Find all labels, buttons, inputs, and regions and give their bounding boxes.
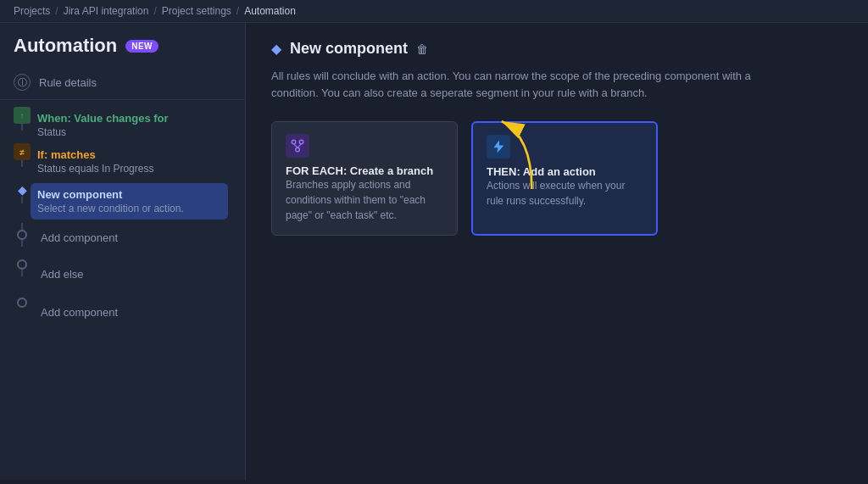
branch-card-desc: Branches apply actions and conditions wi… [286,177,443,223]
svg-point-0 [292,140,296,144]
action-card-icon [487,135,510,159]
content-description: All rules will conclude with an action. … [271,68,763,101]
breadcrumb-sep-2: / [153,5,156,17]
breadcrumb-sep-3: / [236,5,239,17]
rule-details-icon: ⓘ [14,74,31,91]
ac-line-bottom [21,240,23,247]
trigger-title: When: Value changes for [37,112,230,125]
page-title: Automation [14,35,117,57]
sidebar-flow: ↑ When: Value changes for Status ≠ If: m… [0,100,245,327]
action-card-header [487,135,643,159]
main-layout: Automation NEW ⓘ Rule details ↑ When: Va… [0,23,868,480]
condition-content[interactable]: If: matches Status equals In Progress [31,143,236,180]
ae-line [21,270,23,276]
action-card-desc: Actions will execute when your rule runs… [487,178,643,209]
add-component-bottom-line-area [14,298,31,308]
new-component-subtitle: Select a new condition or action. [37,203,221,214]
breadcrumb-jira[interactable]: Jira API integration [64,5,149,17]
add-else-row: Add else [0,259,245,289]
breadcrumb-sep-1: / [55,5,58,17]
breadcrumb-project-settings[interactable]: Project settings [162,5,231,17]
svg-line-3 [294,144,298,148]
trigger-icon: ↑ [14,107,31,124]
new-component-line-seg [21,197,23,203]
rule-details-item[interactable]: ⓘ Rule details [0,65,245,100]
add-component-line-area [14,223,31,247]
content-title: New component [290,40,408,58]
new-component-row: ◆ New component Select a new condition o… [0,183,245,220]
add-component-label: Add component [41,231,118,244]
breadcrumb-projects[interactable]: Projects [14,5,50,17]
svg-point-2 [296,147,300,152]
trigger-row: ↑ When: Value changes for Status [0,107,245,143]
add-component-dot [17,230,27,240]
condition-row: ≠ If: matches Status equals In Progress [0,143,245,180]
ac-line-top [21,223,23,230]
add-else-line-area [14,259,31,276]
content-header: ◆ New component 🗑 [271,40,843,58]
new-component-content[interactable]: New component Select a new condition or … [31,183,228,220]
new-component-icon: ◆ [14,183,31,197]
trash-icon[interactable]: 🗑 [416,42,428,56]
condition-line-seg [21,160,23,167]
new-badge: NEW [125,40,159,53]
condition-icon: ≠ [14,143,31,160]
action-card[interactable]: THEN: Add an action Actions will execute… [471,121,658,236]
add-else-label: Add else [41,268,84,281]
page-header: Automation NEW [0,23,245,65]
content-area: ◆ New component 🗑 All rules will conclud… [246,23,868,480]
trigger-line-seg [21,124,23,131]
add-component-bottom-label: Add component [41,306,118,319]
content-diamond-icon: ◆ [271,41,281,57]
trigger-content[interactable]: When: Value changes for Status [31,107,236,143]
branch-card-title: FOR EACH: Create a branch [286,164,443,177]
new-component-title: New component [37,188,221,201]
condition-line-area: ≠ [14,143,31,167]
branch-card-header [286,134,443,158]
breadcrumb-automation: Automation [244,5,296,17]
branch-card-icon [286,134,309,158]
add-component-bottom-dot [17,298,27,308]
svg-line-4 [298,144,302,148]
branch-card[interactable]: FOR EACH: Create a branch Branches apply… [271,121,458,236]
add-component-row: Add component [0,223,245,253]
add-else-dot [17,259,27,270]
action-card-title: THEN: Add an action [487,165,643,178]
add-component-bottom-row: Add component [0,298,245,327]
option-cards: FOR EACH: Create a branch Branches apply… [271,121,843,236]
add-component-bottom-button[interactable]: Add component [31,298,128,327]
add-component-button[interactable]: Add component [31,223,128,253]
sidebar: Automation NEW ⓘ Rule details ↑ When: Va… [0,23,246,480]
new-component-line-area: ◆ [14,183,31,203]
rule-details-label: Rule details [39,76,97,89]
trigger-subtitle: Status [37,126,230,138]
breadcrumb: Projects / Jira API integration / Projec… [0,0,868,23]
condition-subtitle: Status equals In Progress [37,163,230,175]
add-else-button[interactable]: Add else [31,259,94,289]
condition-title: If: matches [37,148,230,161]
svg-point-1 [299,140,303,144]
trigger-line-area: ↑ [14,107,31,131]
